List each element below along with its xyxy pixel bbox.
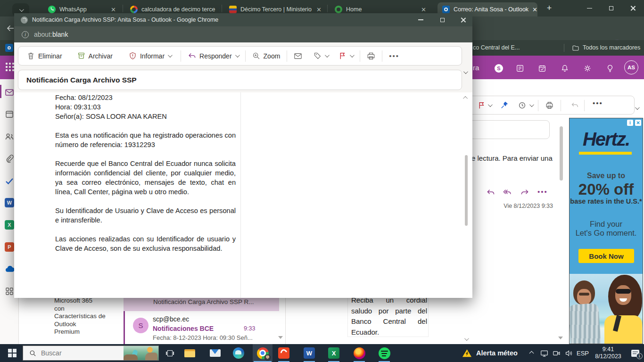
print-icon[interactable]	[367, 52, 375, 60]
ad-info-icon[interactable]: i	[627, 120, 633, 126]
chevron-down-icon[interactable]	[488, 102, 493, 107]
outlook-bookmark-icon[interactable]	[5, 44, 13, 52]
account-avatar[interactable]: AS	[624, 60, 638, 74]
bell-icon[interactable]	[561, 64, 569, 73]
taskbar-clock[interactable]: 9:41 8/12/2023	[590, 346, 626, 360]
snooze-clock-icon[interactable]	[518, 101, 526, 109]
bookmark-item[interactable]: co Central del E...	[473, 44, 520, 51]
language-indicator[interactable]: ESP	[575, 344, 590, 362]
popup-titlebar[interactable]: Notificación Carga Archivo SSP: Anita So…	[14, 13, 472, 26]
tray-expand-button[interactable]	[525, 344, 537, 362]
task-view-button[interactable]	[162, 344, 177, 362]
popup-minimize-button[interactable]	[410, 13, 431, 26]
lightbulb-icon[interactable]	[606, 64, 614, 73]
pin-icon[interactable]	[500, 101, 509, 109]
foxit-pdf-button[interactable]	[276, 344, 291, 362]
calendar-module-icon[interactable]	[5, 109, 14, 119]
all-bookmarks-button[interactable]: Todos los marcadores	[583, 44, 640, 51]
popup-close-button[interactable]	[454, 13, 472, 26]
print-icon[interactable]	[545, 101, 553, 109]
popup-maximize-button[interactable]	[432, 13, 453, 26]
chrome-profile-badge	[264, 354, 271, 361]
reply-button[interactable]: Responder	[188, 52, 239, 60]
spotify-button[interactable]	[377, 344, 392, 362]
more-commands-icon[interactable]: •••	[389, 52, 399, 60]
reply-icon[interactable]	[486, 188, 495, 197]
categorize-button[interactable]	[314, 52, 328, 60]
skype-icon[interactable]: S	[495, 64, 503, 73]
weather-alert-button[interactable]	[459, 344, 474, 362]
word-module-icon[interactable]: W	[5, 198, 14, 207]
excel-module-icon[interactable]: X	[5, 220, 14, 230]
reply-all-icon[interactable]	[503, 188, 512, 197]
pane-scroll-down-icon[interactable]	[558, 337, 563, 339]
app-launcher-icon[interactable]	[6, 63, 14, 71]
pane-scrollbar[interactable]	[560, 126, 563, 181]
info-icon[interactable]: i	[22, 31, 29, 38]
zoom-button[interactable]: Zoom	[252, 52, 281, 60]
firefox-icon	[354, 347, 365, 359]
more-actions-icon[interactable]: •••	[593, 99, 603, 107]
mail-app-button[interactable]	[207, 344, 223, 362]
taskbar-search[interactable]	[23, 346, 159, 361]
search-icon	[29, 350, 36, 357]
weather-alert-label[interactable]: Alerta méteo	[476, 349, 518, 357]
search-highlight-image[interactable]	[124, 346, 158, 360]
book-now-button[interactable]: Book Now	[578, 249, 634, 263]
scroll-up-icon[interactable]	[463, 96, 468, 101]
popup-scrollbar[interactable]	[465, 155, 468, 226]
file-explorer-button[interactable]	[182, 344, 197, 362]
popup-address-bar[interactable]: i about:blank	[14, 26, 472, 42]
back-icon[interactable]	[6, 24, 15, 33]
word-button[interactable]: W	[302, 344, 317, 362]
search-input[interactable]	[41, 349, 116, 357]
collapse-toolbar-icon[interactable]	[635, 105, 640, 110]
new-tab-button[interactable]: +	[541, 0, 557, 16]
tab-close-icon[interactable]: ✕	[219, 6, 220, 13]
mail-module-icon[interactable]	[5, 88, 14, 97]
gear-icon[interactable]	[583, 64, 592, 73]
read-unread-icon[interactable]	[294, 52, 302, 60]
chrome-button-active[interactable]	[253, 344, 272, 362]
close-button[interactable]	[622, 0, 643, 16]
tab-close-icon[interactable]: ✕	[421, 6, 426, 13]
powerpoint-module-icon[interactable]: P	[5, 242, 14, 252]
people-module-icon[interactable]	[5, 132, 14, 141]
flag-icon[interactable]	[478, 101, 486, 109]
ad-banner[interactable]: i ✕ Hertz. Save up to 20% off base rates…	[569, 118, 643, 344]
more-apps-icon[interactable]	[5, 287, 14, 296]
undo-icon[interactable]	[571, 101, 579, 109]
maximize-button[interactable]	[601, 0, 621, 16]
chevron-down-icon[interactable]	[529, 102, 534, 107]
forward-icon[interactable]	[520, 188, 529, 197]
start-button[interactable]	[4, 344, 21, 362]
volume-icon[interactable]	[562, 344, 575, 362]
attachments-module-icon[interactable]	[5, 154, 14, 164]
meet-now-camera-icon[interactable]	[550, 344, 563, 362]
tab-close-icon[interactable]: ✕	[532, 6, 537, 13]
ad-close-icon[interactable]: ✕	[635, 120, 641, 126]
message-row[interactable]: S scp@bce.ec Notificaciones BCE 9:33 Fec…	[124, 311, 285, 344]
flag-button[interactable]	[339, 52, 353, 60]
action-center-button[interactable]: 1	[627, 344, 643, 362]
tasks-calendar-icon[interactable]	[538, 64, 546, 73]
tab-close-icon[interactable]: ✕	[316, 6, 322, 13]
spotify-icon	[379, 347, 390, 359]
excel-button[interactable]: X	[326, 344, 341, 362]
message-closing-text: Reciba un cordial saludo por parte del B…	[351, 295, 427, 337]
report-button[interactable]: Informar	[129, 52, 171, 60]
popup-title: Notificación Carga Archivo SSP: Anita So…	[32, 16, 218, 23]
todo-module-icon[interactable]	[5, 176, 14, 186]
edge-button[interactable]	[231, 344, 246, 362]
more-reply-actions-icon[interactable]: •••	[537, 188, 548, 196]
network-icon[interactable]	[537, 344, 551, 362]
minimize-button[interactable]	[579, 0, 600, 16]
onedrive-module-icon[interactable]	[5, 264, 15, 274]
archive-button[interactable]: Archivar	[77, 52, 113, 60]
delete-button[interactable]: Eliminar	[27, 52, 62, 60]
tab-close-icon[interactable]: ✕	[111, 6, 116, 13]
firefox-button[interactable]	[352, 344, 367, 362]
list-scroll-down-icon[interactable]	[278, 336, 283, 339]
notes-icon[interactable]	[516, 64, 524, 73]
bg-message-toolbar: •••	[466, 96, 635, 115]
